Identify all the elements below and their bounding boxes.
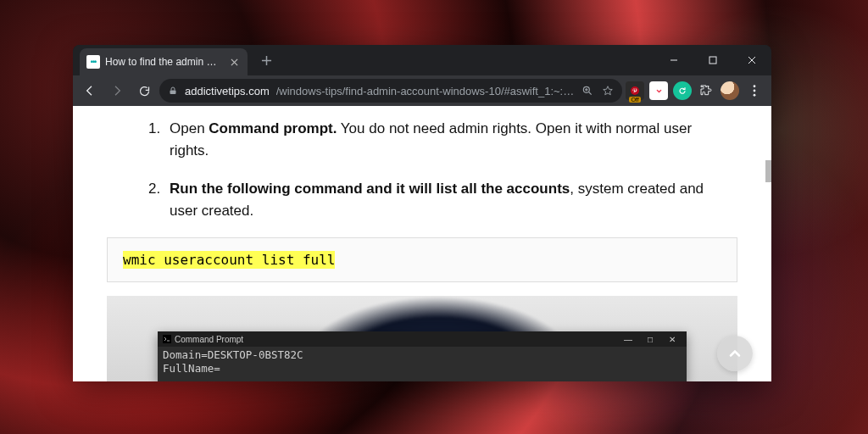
titlebar: ••• How to find the admin account o <box>73 45 771 75</box>
svg-point-4 <box>754 85 756 87</box>
svg-rect-7 <box>163 335 171 343</box>
close-window-button[interactable] <box>732 45 771 75</box>
profile-avatar[interactable] <box>721 81 739 100</box>
reload-button[interactable] <box>132 79 156 103</box>
tab-title: How to find the admin account o <box>105 56 222 68</box>
svg-rect-0 <box>709 57 716 64</box>
step-1-lead: Command prompt. <box>209 120 337 136</box>
cmd-line-1: Domain=DESKTOP-0BST82C <box>163 348 682 362</box>
step-2-lead: Run the following command and it will li… <box>170 181 570 197</box>
cmd-line-2: FullName= <box>163 362 682 376</box>
chrome-window: ••• How to find the admin account o <box>73 45 771 381</box>
extension-grammarly-icon[interactable] <box>673 81 692 100</box>
forward-button[interactable] <box>105 79 129 103</box>
page-content: Open Command prompt. You do not need adm… <box>73 106 771 381</box>
svg-point-6 <box>754 94 756 97</box>
chrome-menu-button[interactable] <box>744 85 765 97</box>
command-prompt-title: Command Prompt <box>175 335 243 344</box>
command-prompt-titlebar: Command Prompt — □ ✕ <box>158 331 687 347</box>
close-tab-icon[interactable] <box>227 55 241 69</box>
cmd-close-icon: ✕ <box>663 335 682 344</box>
article-body: Open Command prompt. You do not need adm… <box>73 106 771 222</box>
window-controls <box>654 45 771 75</box>
command-prompt-output: Domain=DESKTOP-0BST82C FullName= <box>158 347 687 376</box>
command-prompt-window: Command Prompt — □ ✕ Domain=DESKTOP-0BST… <box>158 331 687 381</box>
cmd-maximize-icon: □ <box>641 335 659 344</box>
svg-rect-1 <box>170 91 176 95</box>
address-bar[interactable]: addictivetips.com/windows-tips/find-admi… <box>159 79 622 103</box>
cmd-minimize-icon: — <box>619 335 637 344</box>
toolbar: addictivetips.com/windows-tips/find-admi… <box>73 75 771 106</box>
zoom-icon[interactable] <box>581 85 593 97</box>
extension-pinterest-icon[interactable] <box>626 81 644 100</box>
url-path: /windows-tips/find-admin-account-windows… <box>276 85 575 97</box>
scrollbar-thumb[interactable] <box>765 160 771 182</box>
svg-point-5 <box>754 90 756 92</box>
step-1: Open Command prompt. You do not need adm… <box>164 118 731 163</box>
lock-icon <box>168 86 178 96</box>
command-prompt-icon <box>163 335 171 343</box>
new-tab-button[interactable] <box>254 48 278 72</box>
extensions-menu-icon[interactable] <box>697 81 715 100</box>
bookmark-star-icon[interactable] <box>602 85 614 97</box>
step-1-prefix: Open <box>170 120 209 136</box>
minimize-button[interactable] <box>654 45 693 75</box>
active-tab[interactable]: ••• How to find the admin account o <box>80 48 248 75</box>
scroll-to-top-button[interactable] <box>717 336 753 371</box>
back-button[interactable] <box>78 79 102 103</box>
screenshot-figure: Command Prompt — □ ✕ Domain=DESKTOP-0BST… <box>107 296 737 381</box>
tab-strip: ••• How to find the admin account o <box>73 45 654 75</box>
step-2: Run the following command and it will li… <box>164 178 731 223</box>
extension-pocket-icon[interactable] <box>649 81 668 100</box>
url-host: addictivetips.com <box>185 85 270 97</box>
favicon-icon: ••• <box>86 55 100 69</box>
svg-point-3 <box>631 86 639 95</box>
code-text: wmic useraccount list full <box>123 251 335 269</box>
code-block[interactable]: wmic useraccount list full <box>107 237 737 282</box>
scrollbar-track[interactable] <box>765 106 771 381</box>
extension-row <box>626 81 766 100</box>
maximize-button[interactable] <box>693 45 732 75</box>
